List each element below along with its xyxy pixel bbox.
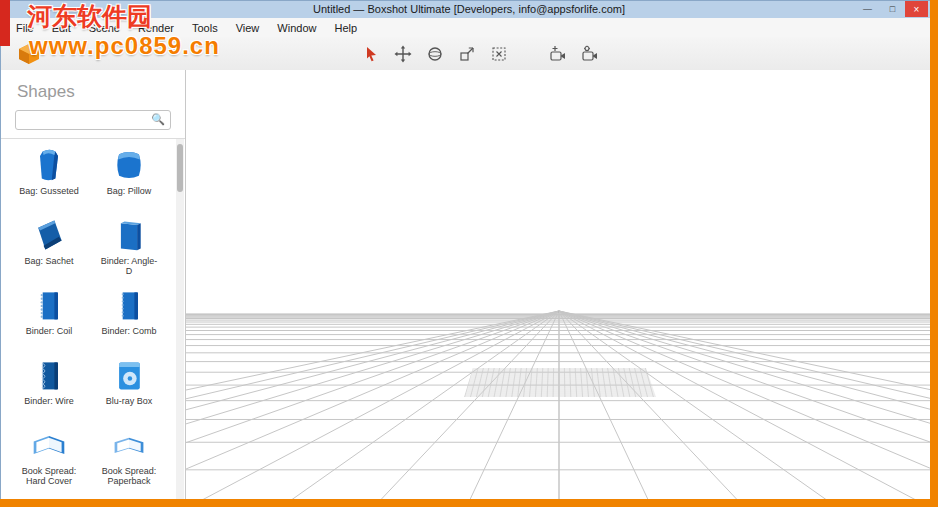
move-tool-icon[interactable] <box>393 44 412 63</box>
bag-pillow-icon <box>111 147 147 183</box>
shape-item-bag-pillow[interactable]: Bag: Pillow <box>89 143 169 213</box>
shape-item-binder-angle-d[interactable]: Binder: Angle-D <box>89 213 169 283</box>
close-button[interactable]: × <box>905 1 928 17</box>
maximize-button[interactable]: □ <box>880 1 905 17</box>
watermark-site-name: 河东软件园 <box>27 0 152 33</box>
watermark-frame-right <box>930 0 938 507</box>
sidebar-divider <box>1 138 185 139</box>
bag-gusseted-icon <box>31 147 67 183</box>
orbit-tool-icon[interactable] <box>425 44 444 63</box>
shape-label: Book Spread: Paperback <box>99 466 159 486</box>
binder-wire-icon <box>31 357 67 393</box>
shape-item-blu-ray-box[interactable]: Blu-ray Box <box>89 353 169 423</box>
watermark-site-url: www.pc0859.cn <box>29 32 220 60</box>
shape-grid: Bag: Gusseted Bag: Pillow <box>9 143 169 493</box>
book-spread-hard-cover-icon <box>31 427 67 463</box>
minimize-button[interactable]: — <box>855 1 880 17</box>
shape-item-bag-sachet[interactable]: Bag: Sachet <box>9 213 89 283</box>
shape-label: Bag: Gusseted <box>19 186 79 196</box>
window-controls: — □ × <box>855 1 928 17</box>
shapes-search-input[interactable] <box>16 113 152 130</box>
binder-coil-icon <box>31 287 67 323</box>
shape-item-binder-wire[interactable]: Binder: Wire <box>9 353 89 423</box>
sidebar-scrollbar-thumb[interactable] <box>177 144 183 192</box>
watermark-frame-bottom <box>0 499 938 507</box>
shape-item-book-spread-hard-cover[interactable]: Book Spread: Hard Cover <box>9 423 89 493</box>
shape-item-book-spread-paperback[interactable]: Book Spread: Paperback <box>89 423 169 493</box>
shape-label: Bag: Sachet <box>24 256 73 266</box>
search-icon: 🔍 <box>151 113 165 126</box>
shapes-search-box: 🔍 <box>15 110 171 130</box>
add-camera-tool-icon[interactable] <box>548 44 567 63</box>
shape-item-bag-gusseted[interactable]: Bag: Gusseted <box>9 143 89 213</box>
watermark-red-block <box>0 0 10 46</box>
tool-buttons <box>361 44 599 63</box>
shapes-panel: Shapes 🔍 Bag: Gusseted <box>1 70 186 506</box>
shape-label: Bag: Pillow <box>107 186 152 196</box>
binder-angle-d-icon <box>111 217 147 253</box>
shape-label: Binder: Comb <box>101 326 156 336</box>
shape-label: Binder: Wire <box>24 396 74 406</box>
select-tool-icon[interactable] <box>361 44 380 63</box>
binder-comb-icon <box>111 287 147 323</box>
perspective-grid <box>186 70 938 507</box>
shape-label: Book Spread: Hard Cover <box>19 466 79 486</box>
blu-ray-box-icon <box>111 357 147 393</box>
shape-item-binder-coil[interactable]: Binder: Coil <box>9 283 89 353</box>
sidebar-scrollbar[interactable] <box>176 139 184 506</box>
camera-settings-tool-icon[interactable] <box>580 44 599 63</box>
shape-item-binder-comb[interactable]: Binder: Comb <box>89 283 169 353</box>
scale-tool-icon[interactable] <box>457 44 476 63</box>
shape-label: Blu-ray Box <box>106 396 153 406</box>
menu-help[interactable]: Help <box>325 20 366 36</box>
shape-label: Binder: Coil <box>26 326 73 336</box>
menu-view[interactable]: View <box>227 20 269 36</box>
shape-label: Binder: Angle-D <box>99 256 159 276</box>
bag-sachet-icon <box>31 217 67 253</box>
menu-window[interactable]: Window <box>268 20 325 36</box>
shapes-panel-title: Shapes <box>17 82 75 102</box>
book-spread-paperback-icon <box>111 427 147 463</box>
zoom-fit-tool-icon[interactable] <box>489 44 508 63</box>
app-window: Untitled — Boxshot Ultimate [Developers,… <box>0 0 938 507</box>
scene-viewport[interactable] <box>186 70 937 506</box>
